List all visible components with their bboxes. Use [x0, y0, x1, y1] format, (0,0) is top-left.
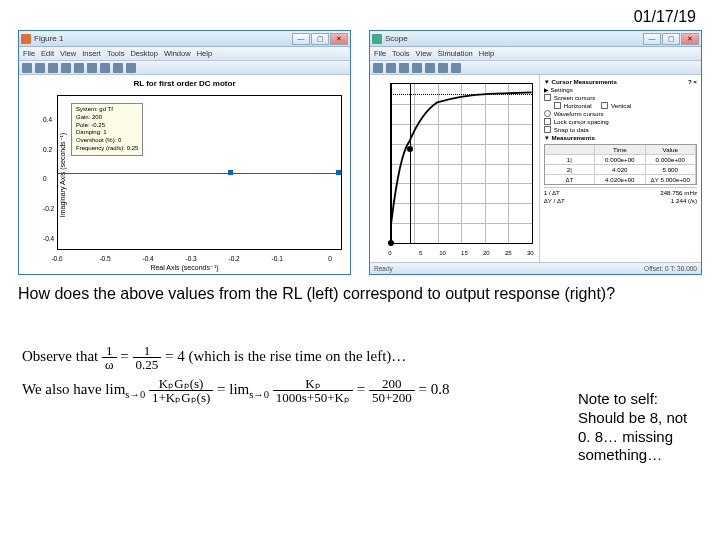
xtick: -0.3: [186, 255, 197, 262]
xtick: -0.6: [51, 255, 62, 262]
toolbar-icon[interactable]: [412, 63, 422, 73]
close-button[interactable]: ✕: [681, 33, 699, 45]
cursor-2-marker[interactable]: [407, 146, 413, 152]
label: Waveform cursors: [554, 110, 604, 117]
xtick: 15: [461, 250, 468, 256]
menu-file[interactable]: File: [23, 49, 35, 58]
menu-help[interactable]: Help: [479, 49, 494, 58]
th-value: Value: [646, 145, 696, 154]
text: = 0.8: [419, 381, 450, 397]
menu-window[interactable]: Window: [164, 49, 191, 58]
matlab-icon: [21, 34, 31, 44]
statusbar: Ready Offset: 0 T: 30.000: [370, 262, 701, 274]
checkbox-horizontal[interactable]: [554, 102, 561, 109]
fraction: 20050+200: [369, 377, 415, 404]
ytick: -0.4: [43, 235, 54, 242]
toolbar-icon[interactable]: [451, 63, 461, 73]
toolbar-icon[interactable]: [87, 63, 97, 73]
minimize-button[interactable]: —: [643, 33, 661, 45]
toolbar: [370, 61, 701, 75]
minimize-button[interactable]: —: [292, 33, 310, 45]
status-right: Offset: 0 T: 30.000: [644, 265, 697, 272]
measurements-header[interactable]: ▼ Measurements: [544, 134, 697, 141]
figures-row: Figure 1 — ▢ ✕ File Edit View Insert Too…: [18, 30, 702, 275]
math-derivation: Observe that 1ω = 10.25 = 4 (which is th…: [22, 340, 552, 406]
menu-tools[interactable]: Tools: [107, 49, 125, 58]
maximize-button[interactable]: ▢: [311, 33, 329, 45]
fraction: 10.25: [133, 344, 162, 371]
response-curve: [391, 84, 532, 225]
radio-waveform-cursors[interactable]: [544, 110, 551, 117]
menu-view[interactable]: View: [60, 49, 76, 58]
datatip-line: Frequency (rad/s): 0.25: [76, 145, 138, 153]
toolbar-icon[interactable]: [126, 63, 136, 73]
cell: 0.000e+00: [646, 155, 696, 164]
cursor-2-line[interactable]: [410, 84, 411, 243]
value: 1.244 (/s): [671, 197, 697, 204]
scope-axes: [390, 83, 533, 244]
cursor-1-line[interactable]: [391, 84, 392, 243]
panel-header[interactable]: ▼ Cursor Measurements: [544, 78, 617, 85]
toolbar-icon[interactable]: [113, 63, 123, 73]
cursor-1-marker[interactable]: [388, 240, 394, 246]
subscript: s→0: [249, 389, 269, 400]
checkbox-screen-cursors[interactable]: [544, 94, 551, 101]
checkbox-lock-spacing[interactable]: [544, 118, 551, 125]
maximize-button[interactable]: ▢: [662, 33, 680, 45]
text: Observe that: [22, 348, 102, 364]
cell: ΔY 5.000e+00: [646, 175, 696, 184]
toolbar-icon[interactable]: [48, 63, 58, 73]
toolbar-icon[interactable]: [386, 63, 396, 73]
xtick: 25: [505, 250, 512, 256]
menu-edit[interactable]: Edit: [41, 49, 54, 58]
locus-endpoint: [336, 170, 341, 175]
page-date: 01/17/19: [634, 8, 696, 26]
datatip-line: Pole: -0.25: [76, 122, 138, 130]
status-left: Ready: [374, 265, 393, 272]
titlebar: Figure 1 — ▢ ✕: [19, 31, 350, 47]
datatip-line: Gain: 200: [76, 114, 138, 122]
xtick: 0: [388, 250, 391, 256]
ytick: 0.2: [43, 145, 52, 152]
label: Snap to data: [554, 126, 589, 133]
menu-help[interactable]: Help: [197, 49, 212, 58]
datatip-line: System: gd Tf: [76, 106, 138, 114]
menu-tools[interactable]: Tools: [392, 49, 410, 58]
value: 248.756 mHz: [660, 189, 697, 196]
xtick: 30: [527, 250, 534, 256]
matlab-figure-window: Figure 1 — ▢ ✕ File Edit View Insert Too…: [18, 30, 351, 275]
root-locus-line: [58, 173, 341, 175]
close-button[interactable]: ✕: [330, 33, 348, 45]
toolbar-icon[interactable]: [438, 63, 448, 73]
question-text: How does the above values from the RL (l…: [18, 285, 702, 303]
measurements-table: TimeValue 1|0.000e+000.000e+00 2|4.0205.…: [544, 144, 697, 185]
xtick: -0.2: [229, 255, 240, 262]
cell: 4.020e+00: [595, 175, 645, 184]
settings-row[interactable]: ▶ Settings: [544, 86, 697, 93]
label: Lock cursor spacing: [554, 118, 609, 125]
toolbar-icon[interactable]: [22, 63, 32, 73]
datatip-line: Damping: 1: [76, 129, 138, 137]
text: We also have lim: [22, 381, 125, 397]
note-to-self: Note to self: Should be 8, not 0. 8… mis…: [578, 390, 698, 465]
toolbar-icon[interactable]: [61, 63, 71, 73]
toolbar-icon[interactable]: [373, 63, 383, 73]
window-title: Scope: [385, 34, 640, 43]
checkbox-snap-to-data[interactable]: [544, 126, 551, 133]
toolbar-icon[interactable]: [425, 63, 435, 73]
toolbar-icon[interactable]: [35, 63, 45, 73]
toolbar-icon[interactable]: [74, 63, 84, 73]
toolbar-icon[interactable]: [100, 63, 110, 73]
toolbar-icon[interactable]: [399, 63, 409, 73]
checkbox-vertical[interactable]: [601, 102, 608, 109]
menu-file[interactable]: File: [374, 49, 386, 58]
label: Vertical: [611, 102, 631, 109]
datatip-line: Overshoot (%): 0: [76, 137, 138, 145]
panel-close-icon[interactable]: ? ×: [688, 78, 697, 85]
pole-marker: [228, 170, 233, 175]
menu-insert[interactable]: Insert: [82, 49, 101, 58]
menu-simulation[interactable]: Simulation: [438, 49, 473, 58]
ytick: -0.2: [43, 205, 54, 212]
menu-view[interactable]: View: [416, 49, 432, 58]
menu-desktop[interactable]: Desktop: [130, 49, 158, 58]
